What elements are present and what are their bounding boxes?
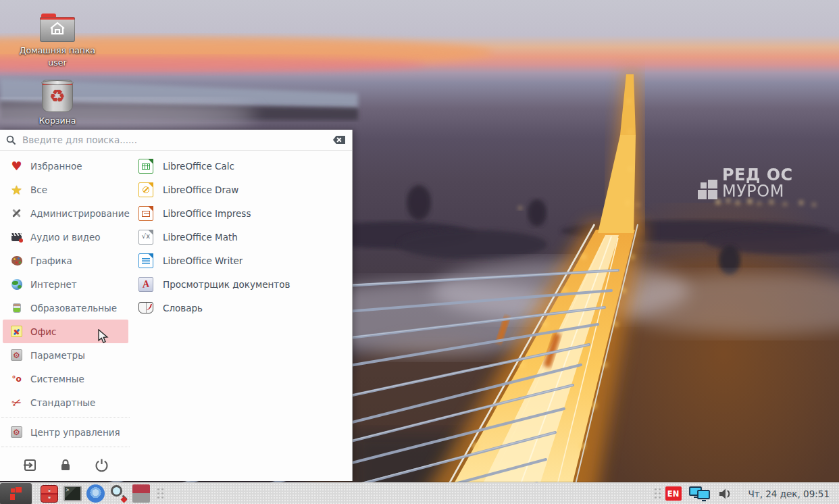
app-label: Словарь bbox=[163, 303, 203, 313]
power-button[interactable] bbox=[93, 457, 109, 473]
category-label: Аудио и видео bbox=[30, 232, 101, 243]
app-menu-button[interactable] bbox=[0, 483, 32, 504]
gear-icon: ⚙ bbox=[10, 426, 23, 438]
mouse-cursor bbox=[97, 329, 111, 344]
logout-button[interactable] bbox=[22, 457, 38, 473]
app-libreoffice-calc[interactable]: LibreOffice Calc bbox=[131, 154, 352, 178]
system-icon: °o bbox=[10, 372, 23, 385]
home-icon-user: user bbox=[20, 57, 95, 69]
app-libreoffice-math[interactable]: √x LibreOffice Math bbox=[131, 225, 352, 249]
watermark-edition: МУРОМ bbox=[722, 182, 784, 201]
libreoffice-math-icon: √x bbox=[138, 230, 153, 245]
file-manager-launcher[interactable] bbox=[40, 484, 59, 503]
app-libreoffice-impress[interactable]: LibreOffice Impress bbox=[131, 201, 352, 225]
task-window-item[interactable] bbox=[132, 484, 151, 503]
office-icon bbox=[10, 325, 23, 338]
home-icon-label: Домашняя папка bbox=[20, 45, 95, 57]
trash-icon-label: Корзина bbox=[39, 115, 76, 127]
app-label: Просмотрщик документов bbox=[163, 279, 290, 290]
libreoffice-impress-icon bbox=[138, 206, 153, 221]
dictionary-icon bbox=[138, 302, 153, 313]
desktop-icon-home[interactable]: Домашняя папка user bbox=[17, 14, 98, 69]
speaker-icon bbox=[718, 487, 733, 501]
browser-launcher[interactable] bbox=[86, 484, 105, 503]
volume-tray[interactable] bbox=[718, 487, 733, 501]
clock[interactable]: Чт, 24 дек, 09:51 bbox=[740, 488, 839, 499]
category-label: Системные bbox=[30, 374, 84, 384]
jar-icon bbox=[10, 301, 23, 314]
category-all[interactable]: ★ Все bbox=[3, 178, 128, 201]
taskbar: EN Чт, 24 дек, 09:51 bbox=[0, 482, 839, 504]
app-libreoffice-draw[interactable]: LibreOffice Draw bbox=[131, 178, 352, 201]
category-label: Образовательные bbox=[30, 303, 117, 313]
heart-icon: ♥ bbox=[10, 159, 23, 172]
category-label: Офис bbox=[30, 326, 56, 337]
category-label: Все bbox=[30, 184, 47, 195]
libreoffice-draw-icon bbox=[138, 182, 153, 197]
app-label: LibreOffice Impress bbox=[163, 208, 251, 219]
tray-handle[interactable] bbox=[655, 488, 661, 499]
app-document-viewer[interactable]: A Просмотрщик документов bbox=[131, 272, 352, 296]
category-audio-video[interactable]: Аудио и видео bbox=[3, 225, 128, 249]
application-menu: ♥ Избранное ★ Все Администрирование Ауди… bbox=[0, 130, 353, 481]
category-graphics[interactable]: Графика bbox=[3, 249, 128, 272]
category-label: Избранное bbox=[30, 161, 82, 172]
app-label: LibreOffice Writer bbox=[163, 255, 243, 266]
session-actions bbox=[0, 457, 131, 473]
category-accessories[interactable]: ✂ Стандартные bbox=[3, 390, 128, 414]
category-label: Интернет bbox=[30, 279, 77, 290]
tools-icon bbox=[10, 207, 23, 220]
category-educational[interactable]: Образовательные bbox=[3, 296, 128, 320]
category-system[interactable]: °o Системные bbox=[3, 367, 128, 390]
chromium-icon bbox=[86, 484, 105, 503]
app-libreoffice-writer[interactable]: LibreOffice Writer bbox=[131, 249, 352, 272]
star-icon: ★ bbox=[10, 183, 23, 196]
app-label: LibreOffice Draw bbox=[163, 184, 238, 195]
category-label: Графика bbox=[30, 255, 72, 266]
logout-icon bbox=[23, 458, 37, 472]
power-icon bbox=[95, 458, 109, 472]
document-viewer-icon: A bbox=[138, 277, 153, 292]
libreoffice-calc-icon bbox=[138, 159, 153, 174]
desktop: РЕД ОС МУРОМ Домашняя папка user ♻ Корзи… bbox=[0, 0, 839, 504]
search-input[interactable] bbox=[22, 134, 327, 145]
divider bbox=[1, 447, 130, 447]
desktop-icon-trash[interactable]: ♻ Корзина bbox=[17, 80, 98, 127]
category-label: Стандартные bbox=[30, 397, 95, 408]
app-dictionary[interactable]: Словарь bbox=[131, 296, 352, 320]
category-favorites[interactable]: ♥ Избранное bbox=[3, 154, 128, 178]
terminal-launcher[interactable] bbox=[63, 484, 82, 503]
home-folder-icon bbox=[40, 14, 75, 42]
monitors-icon bbox=[688, 486, 711, 502]
category-settings[interactable]: ⚙ Параметры bbox=[3, 343, 128, 367]
app-column: LibreOffice Calc LibreOffice Draw LibreO… bbox=[131, 151, 352, 481]
display-settings-tray[interactable] bbox=[688, 486, 711, 502]
category-administration[interactable]: Администрирование bbox=[3, 201, 128, 225]
divider bbox=[1, 417, 130, 418]
category-label: Параметры bbox=[30, 350, 85, 361]
search-icon bbox=[6, 135, 16, 145]
redos-logo-icon bbox=[698, 180, 717, 199]
recycle-glyph-icon: ♻ bbox=[49, 87, 65, 105]
control-center-item[interactable]: ⚙ Центр управления bbox=[3, 420, 128, 444]
category-internet[interactable]: Интернет bbox=[3, 272, 128, 296]
trash-icon: ♻ bbox=[42, 80, 73, 112]
control-center-label: Центр управления bbox=[30, 427, 120, 438]
redos-menu-icon bbox=[10, 487, 22, 500]
lock-button[interactable] bbox=[57, 457, 74, 473]
terminal-icon bbox=[63, 486, 82, 501]
panel-handle[interactable] bbox=[157, 488, 163, 499]
search-bar bbox=[0, 130, 352, 151]
redos-watermark: РЕД ОС МУРОМ bbox=[698, 167, 839, 199]
lock-icon bbox=[59, 458, 72, 472]
libreoffice-writer-icon bbox=[138, 253, 153, 268]
screenshot-launcher[interactable] bbox=[109, 484, 128, 503]
language-indicator[interactable]: EN bbox=[665, 486, 682, 501]
window-thumbnail-icon bbox=[132, 484, 150, 503]
magnifier-icon bbox=[109, 484, 128, 503]
gear-icon: ⚙ bbox=[10, 349, 23, 361]
clear-search-icon[interactable] bbox=[333, 136, 345, 144]
category-column: ♥ Избранное ★ Все Администрирование Ауди… bbox=[0, 151, 131, 481]
globe-icon bbox=[10, 278, 23, 291]
app-label: LibreOffice Calc bbox=[163, 161, 234, 172]
